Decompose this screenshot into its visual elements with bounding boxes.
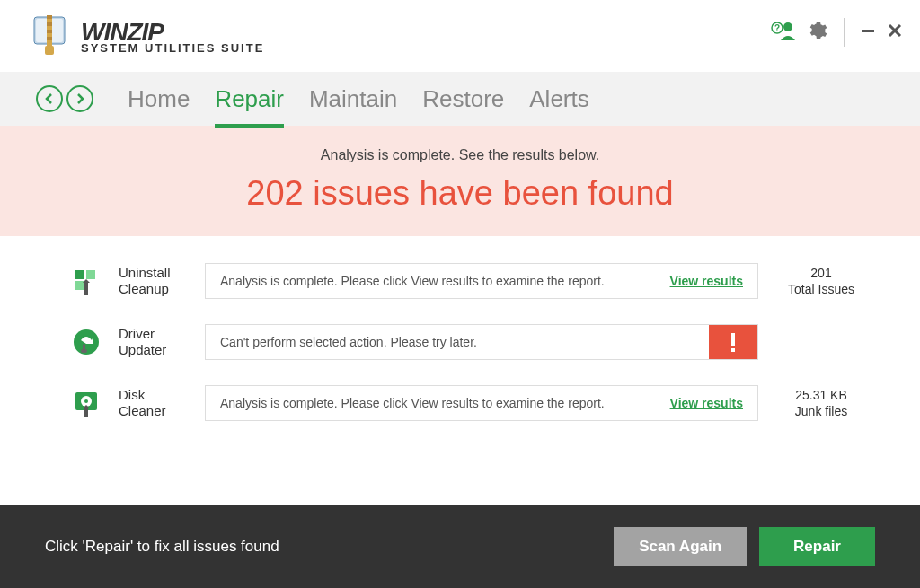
titlebar: WINZIP SYSTEM UTILITIES SUITE ? (0, 0, 920, 72)
result-row-driver: Driver Updater Can't perform selected ac… (72, 324, 866, 360)
minimize-icon[interactable] (861, 23, 875, 41)
svg-rect-13 (86, 270, 95, 279)
result-label: Driver Updater (119, 326, 187, 358)
brand-subtitle: SYSTEM UTILITIES SUITE (81, 41, 264, 55)
result-label: Disk Cleaner (119, 387, 187, 419)
nav-restore[interactable]: Restore (422, 85, 504, 113)
close-icon[interactable] (888, 23, 902, 41)
result-box: Analysis is complete. Please click View … (205, 263, 758, 299)
result-box: Analysis is complete. Please click View … (205, 385, 758, 421)
svg-rect-20 (731, 348, 735, 352)
svg-point-10 (783, 22, 792, 31)
titlebar-divider (844, 18, 845, 47)
nav-repair[interactable]: Repair (215, 85, 284, 113)
app-logo-icon (27, 13, 72, 58)
svg-rect-18 (81, 349, 87, 353)
svg-rect-19 (731, 333, 735, 346)
results-list: Uninstall Cleanup Analysis is complete. … (0, 236, 920, 505)
result-row-uninstall: Uninstall Cleanup Analysis is complete. … (72, 263, 866, 299)
driver-updater-icon (72, 328, 101, 356)
result-message: Analysis is complete. Please click View … (220, 396, 605, 410)
error-flag-icon (709, 325, 757, 359)
help-user-icon[interactable]: ? (770, 21, 795, 44)
result-stat: 25.31 KB Junk files (776, 387, 866, 419)
nav-forward-button[interactable] (66, 85, 93, 112)
svg-rect-15 (84, 283, 88, 295)
scan-again-button[interactable]: Scan Again (614, 527, 747, 566)
svg-rect-5 (47, 30, 52, 33)
repair-button[interactable]: Repair (759, 527, 875, 566)
svg-text:?: ? (774, 23, 780, 33)
svg-rect-12 (75, 270, 84, 279)
settings-gear-icon[interactable] (808, 21, 827, 44)
result-stat: 201 Total Issues (776, 265, 866, 297)
logo: WINZIP SYSTEM UTILITIES SUITE (27, 13, 264, 58)
footer: Click 'Repair' to fix all issues found S… (0, 505, 920, 588)
footer-text: Click 'Repair' to fix all issues found (45, 538, 279, 556)
svg-rect-11 (862, 30, 874, 32)
disk-cleaner-icon (72, 389, 101, 417)
view-results-link[interactable]: View results (670, 274, 743, 288)
svg-rect-3 (47, 15, 52, 19)
uninstall-cleanup-icon (72, 267, 101, 295)
result-box-error: Can't perform selected action. Please tr… (205, 324, 758, 360)
svg-point-23 (84, 399, 88, 403)
svg-rect-4 (47, 22, 52, 26)
svg-rect-6 (47, 37, 52, 40)
result-message: Can't perform selected action. Please tr… (206, 326, 491, 358)
status-banner: Analysis is complete. See the results be… (0, 126, 920, 236)
nav-maintain[interactable]: Maintain (309, 85, 397, 113)
nav-home[interactable]: Home (128, 85, 190, 113)
view-results-link[interactable]: View results (670, 396, 743, 410)
nav-back-button[interactable] (36, 85, 63, 112)
nav-alerts[interactable]: Alerts (529, 85, 588, 113)
banner-headline: 202 issues have been found (0, 174, 920, 213)
result-label: Uninstall Cleanup (119, 265, 187, 297)
svg-rect-7 (45, 46, 54, 55)
result-message: Analysis is complete. Please click View … (220, 274, 605, 288)
svg-rect-24 (84, 408, 88, 417)
navbar: Home Repair Maintain Restore Alerts (0, 72, 920, 126)
banner-subtext: Analysis is complete. See the results be… (0, 147, 920, 163)
result-row-disk: Disk Cleaner Analysis is complete. Pleas… (72, 385, 866, 421)
